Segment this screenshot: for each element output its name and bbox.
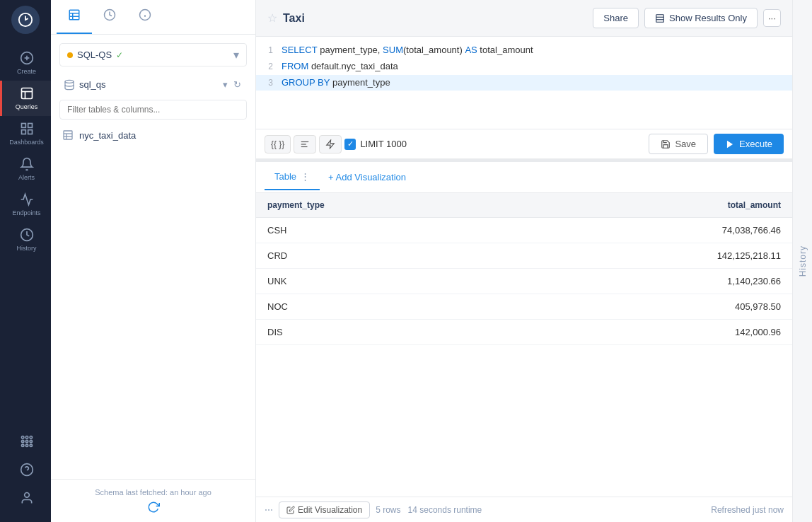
edit-icon xyxy=(286,506,295,514)
page-title: Taxi xyxy=(283,12,305,25)
svg-point-12 xyxy=(21,436,23,439)
svg-rect-4 xyxy=(21,88,32,99)
connection-selector[interactable]: SQL-QS ✓ ▾ xyxy=(59,43,247,66)
svg-marker-44 xyxy=(727,140,733,148)
left-nav: Create Queries Dashboards Alerts Endpoin… xyxy=(0,0,51,522)
rows-count-value: 5 rows xyxy=(376,505,400,515)
star-icon[interactable]: ☆ xyxy=(267,11,277,25)
schema-dropdown-btn[interactable]: ▾ xyxy=(221,78,229,91)
results-only-label: Show Results Only xyxy=(669,13,747,23)
limit-label: LIMIT 1000 xyxy=(360,139,407,149)
code-editor-area[interactable]: 1 SELECT payment_type, SUM(total_amount)… xyxy=(256,37,792,129)
svg-point-17 xyxy=(30,440,32,442)
limit-toggle: LIMIT 1000 xyxy=(344,139,407,150)
cell-payment-type-2: UNK xyxy=(256,269,513,294)
nav-item-apps[interactable] xyxy=(15,429,37,454)
nav-item-alerts[interactable]: Alerts xyxy=(0,151,51,187)
schema-refresh-btn[interactable]: ↻ xyxy=(232,78,243,91)
format-icon xyxy=(300,139,310,149)
database-icon xyxy=(64,79,75,91)
main-content: ☆ Taxi Share Show Results Only ··· 1 SEL… xyxy=(256,0,792,522)
nav-item-endpoints[interactable]: Endpoints xyxy=(0,187,51,222)
more-options-button[interactable]: ··· xyxy=(763,9,781,27)
results-tab-table[interactable]: Table ⋮ xyxy=(265,164,320,190)
filter-input[interactable] xyxy=(59,100,247,120)
connection-status-dot xyxy=(67,52,73,58)
auto-button[interactable] xyxy=(319,135,342,153)
svg-point-32 xyxy=(65,80,74,83)
nav-item-queries[interactable]: Queries xyxy=(0,81,51,116)
status-bar: ⋯ Edit Visualization 5 rows 14 seconds r… xyxy=(256,497,792,522)
nav-item-history[interactable]: History xyxy=(0,222,51,257)
code-line-3: 3 GROUP BY payment_type xyxy=(256,75,792,91)
cell-total-amount-3: 405,978.50 xyxy=(513,294,792,320)
data-table: payment_type total_amount CSH 74,038,766… xyxy=(256,193,792,345)
rows-count: 5 rows 14 seconds runtime xyxy=(376,505,482,515)
svg-point-13 xyxy=(25,436,28,439)
code-text-3: GROUP BY payment_type xyxy=(282,76,390,91)
svg-point-18 xyxy=(21,444,23,446)
sidebar-content: SQL-QS ✓ ▾ sql_qs ▾ ↻ xyxy=(51,35,255,479)
nav-item-create[interactable]: Create xyxy=(0,45,51,81)
app-logo[interactable] xyxy=(11,6,40,34)
add-vis-label: + Add Visualization xyxy=(328,172,406,182)
sidebar-tab-history[interactable] xyxy=(92,0,127,34)
code-text-2: FROM default.nyc_taxi_data xyxy=(282,59,398,74)
history-label: History xyxy=(798,245,808,277)
line-number-1: 1 xyxy=(256,44,282,57)
table-row: CRD 142,125,218.11 xyxy=(256,243,792,269)
add-visualization-btn[interactable]: + Add Visualization xyxy=(320,166,414,188)
svg-rect-33 xyxy=(64,131,72,139)
execute-button[interactable]: Execute xyxy=(714,134,784,154)
toolbar-left: {{ }} LIMIT 1000 xyxy=(265,135,407,153)
nav-label-queries: Queries xyxy=(16,103,38,110)
edit-visualization-button[interactable]: Edit Visualization xyxy=(279,501,370,518)
top-bar-left: ☆ Taxi xyxy=(267,11,305,25)
limit-checkbox[interactable] xyxy=(344,139,356,150)
schema-fetch-time: Schema last fetched: an hour ago xyxy=(95,488,211,497)
line-number-3: 3 xyxy=(256,76,282,90)
nav-item-user[interactable] xyxy=(15,485,37,511)
cell-total-amount-1: 142,125,218.11 xyxy=(513,243,792,269)
sidebar-tab-info[interactable] xyxy=(127,0,163,34)
table-name: nyc_taxi_data xyxy=(79,130,136,141)
table-item-nyc-taxi[interactable]: nyc_taxi_data xyxy=(59,125,247,145)
editor-toolbar: {{ }} LIMIT 1000 xyxy=(256,129,792,158)
format-button[interactable] xyxy=(294,135,316,153)
svg-point-15 xyxy=(21,440,23,442)
nav-label-history: History xyxy=(16,245,36,252)
play-icon xyxy=(725,139,735,149)
nav-item-help[interactable] xyxy=(15,457,37,482)
sidebar-tab-table[interactable] xyxy=(57,0,92,34)
template-button[interactable]: {{ }} xyxy=(265,135,291,153)
history-sidebar[interactable]: History xyxy=(792,0,812,522)
refresh-icon[interactable] xyxy=(147,501,160,514)
nav-item-dashboards[interactable]: Dashboards xyxy=(0,116,51,151)
results-tab-bar: Table ⋮ + Add Visualization xyxy=(256,162,792,193)
edit-vis-label: Edit Visualization xyxy=(298,505,362,515)
chevron-down-icon: ▾ xyxy=(233,48,239,62)
code-text-1: SELECT payment_type, SUM(total_amount) A… xyxy=(282,43,533,58)
svg-point-23 xyxy=(24,493,29,498)
table-row: CSH 74,038,766.46 xyxy=(256,218,792,243)
status-menu-icon[interactable]: ⋯ xyxy=(265,505,273,515)
col-header-total-amount: total_amount xyxy=(513,193,792,218)
svg-point-19 xyxy=(25,444,28,446)
svg-rect-37 xyxy=(656,14,664,22)
cell-payment-type-1: CRD xyxy=(256,243,513,269)
toolbar-right: Save Execute xyxy=(649,134,784,154)
cell-payment-type-4: DIS xyxy=(256,320,513,345)
table-tab-options[interactable]: ⋮ xyxy=(301,171,310,182)
cell-total-amount-4: 142,000.96 xyxy=(513,320,792,345)
svg-point-20 xyxy=(30,444,32,446)
table-tab-label: Table xyxy=(274,171,296,182)
table-row: UNK 1,140,230.66 xyxy=(256,269,792,294)
status-left: ⋯ Edit Visualization 5 rows 14 seconds r… xyxy=(265,501,482,518)
show-results-only-button[interactable]: Show Results Only xyxy=(644,8,758,28)
top-bar: ☆ Taxi Share Show Results Only ··· xyxy=(256,0,792,37)
svg-rect-10 xyxy=(28,130,32,134)
top-bar-right: Share Show Results Only ··· xyxy=(593,8,781,28)
svg-rect-9 xyxy=(21,130,25,134)
share-button[interactable]: Share xyxy=(593,8,639,28)
save-button[interactable]: Save xyxy=(649,134,708,154)
